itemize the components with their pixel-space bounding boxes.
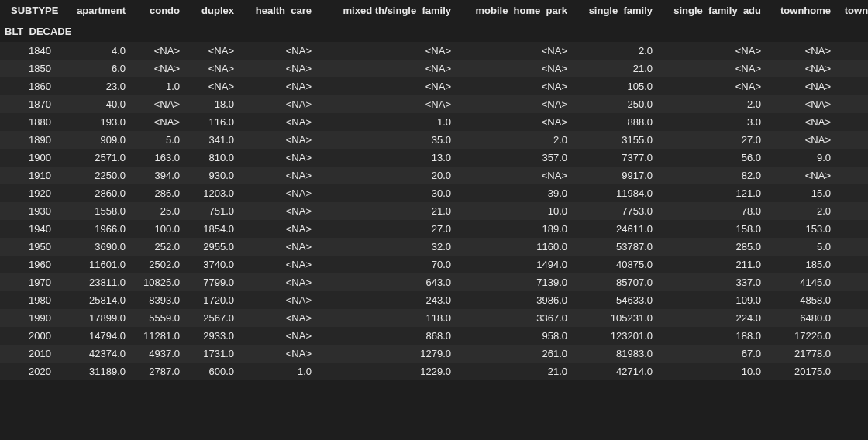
cell: 40875.0 (574, 256, 659, 273)
cell: 27.0 (659, 131, 767, 149)
cell: 193.0 (60, 113, 132, 131)
cell: 1854.0 (186, 220, 240, 238)
cell: <NA> (837, 42, 868, 60)
cell: <NA> (837, 184, 868, 202)
col-header-health-care: health_care (240, 0, 318, 21)
cell: 930.0 (186, 167, 240, 184)
cell: 78.0 (659, 202, 767, 220)
cell: 6480.0 (767, 309, 837, 327)
col-header-mixed: mixed th/single_family (318, 0, 457, 21)
cell: 21778.0 (767, 345, 837, 363)
cell: 1558.0 (60, 202, 132, 220)
cell: 14794.0 (60, 327, 132, 345)
cell: 188.0 (659, 327, 767, 345)
cell: <NA> (837, 77, 868, 95)
cell: 42714.0 (574, 363, 659, 380)
cell: 20175.0 (767, 363, 837, 380)
cell: <NA> (240, 256, 318, 273)
cell: 17226.0 (767, 327, 837, 345)
cell: <NA> (240, 113, 318, 131)
cell: <NA> (318, 95, 457, 113)
cell: <NA> (837, 113, 868, 131)
cell: 810.0 (186, 149, 240, 167)
cell: 7753.0 (574, 202, 659, 220)
row-index: 2020 (0, 363, 60, 380)
cell: <NA> (659, 77, 767, 95)
cell: 252.0 (132, 238, 186, 256)
cell: 3740.0 (186, 256, 240, 273)
cell: 285.0 (659, 238, 767, 256)
cell: 1229.0 (318, 363, 457, 380)
cell: 2567.0 (186, 309, 240, 327)
col-header-mobile-home-park: mobile_home_park (457, 0, 574, 21)
row-index: 1840 (0, 42, 60, 60)
cell: 2955.0 (186, 238, 240, 256)
cell: 31189.0 (60, 363, 132, 380)
index-header-row: BLT_DECADE (0, 21, 868, 42)
cell: 189.0 (457, 220, 574, 238)
table-row: 19102250.0394.0930.0<NA>20.0<NA>9917.082… (0, 167, 868, 184)
col-header-townhomes: townhomes (837, 0, 868, 21)
cell: <NA> (132, 42, 186, 60)
cell: <NA> (837, 220, 868, 238)
row-index: 1950 (0, 238, 60, 256)
cell: <NA> (240, 167, 318, 184)
cell: <NA> (240, 60, 318, 77)
cell: 2250.0 (60, 167, 132, 184)
cell: 1731.0 (186, 345, 240, 363)
table-row: 196011601.02502.03740.0<NA>70.01494.0408… (0, 256, 868, 273)
cell: <NA> (767, 131, 837, 149)
cell: 3367.0 (457, 309, 574, 327)
cell: <NA> (837, 202, 868, 220)
cell: 2.0 (574, 42, 659, 60)
cell: 123201.0 (574, 327, 659, 345)
cell: <NA> (837, 131, 868, 149)
cell: <NA> (240, 184, 318, 202)
row-index: 1900 (0, 149, 60, 167)
cell: 958.0 (457, 327, 574, 345)
cell: <NA> (837, 60, 868, 77)
columns-header-row: SUBTYPE apartment condo duplex health_ca… (0, 0, 868, 21)
cell: 7377.0 (574, 149, 659, 167)
cell: 116.0 (186, 113, 240, 131)
row-index: 1860 (0, 77, 60, 95)
cell: 23811.0 (60, 273, 132, 291)
cell: 1720.0 (186, 291, 240, 309)
cell: <NA> (837, 167, 868, 184)
cell: 56.0 (659, 149, 767, 167)
cell: <NA> (767, 95, 837, 113)
cell: <NA> (837, 291, 868, 309)
table-row: 186023.01.0<NA><NA><NA><NA>105.0<NA><NA>… (0, 77, 868, 95)
cell: <NA> (837, 345, 868, 363)
col-header-single-family: single_family (574, 0, 659, 21)
cell: <NA> (837, 238, 868, 256)
cell: 250.0 (574, 95, 659, 113)
cell: 4145.0 (767, 273, 837, 291)
cell: 10.0 (457, 202, 574, 220)
cell: <NA> (318, 77, 457, 95)
col-header-apartment: apartment (60, 0, 132, 21)
cell: 224.0 (659, 309, 767, 327)
cell: 5.0 (132, 131, 186, 149)
cell: <NA> (318, 42, 457, 60)
cell: 643.0 (318, 273, 457, 291)
cell: 4858.0 (767, 291, 837, 309)
cell: 15.0 (837, 363, 868, 380)
table-row: 19202860.0286.01203.0<NA>30.039.011984.0… (0, 184, 868, 202)
cell: 3155.0 (574, 131, 659, 149)
col-header-single-family-adu: single_family_adu (659, 0, 767, 21)
cell: 1.0 (132, 77, 186, 95)
cell: 2933.0 (186, 327, 240, 345)
table-row: 1880193.0<NA>116.0<NA>1.0<NA>888.03.0<NA… (0, 113, 868, 131)
cell: 9.0 (767, 149, 837, 167)
row-index: 1870 (0, 95, 60, 113)
cell: <NA> (132, 113, 186, 131)
row-index: 1910 (0, 167, 60, 184)
cell: 25.0 (132, 202, 186, 220)
cell: 5559.0 (132, 309, 186, 327)
table-row: 198025814.08393.01720.0<NA>243.03986.054… (0, 291, 868, 309)
cell: 35.0 (318, 131, 457, 149)
cell: 21.0 (574, 60, 659, 77)
cell: 2.0 (457, 131, 574, 149)
index-axis-label: BLT_DECADE (0, 21, 60, 42)
